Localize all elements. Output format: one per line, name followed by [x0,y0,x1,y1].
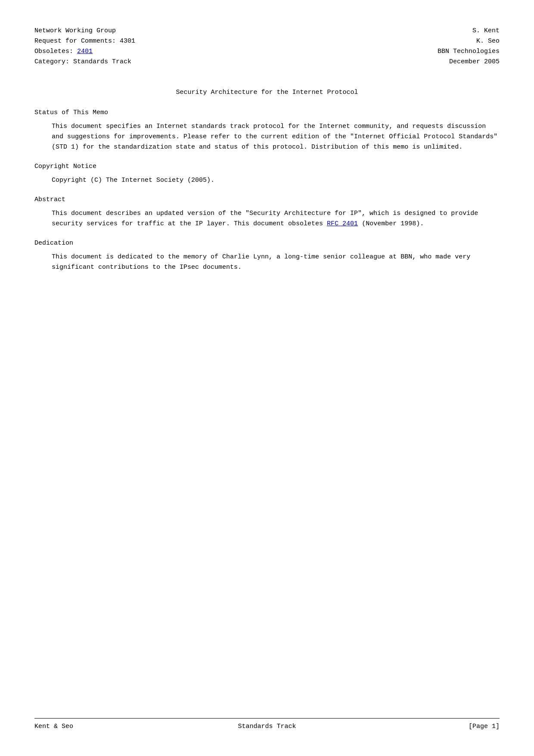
dedication-body: This document is dedicated to the memory… [34,252,500,273]
dedication-section: Dedication This document is dedicated to… [34,240,500,273]
network-working-group: Network Working Group [34,26,135,36]
dedication-heading: Dedication [34,240,500,247]
document-title: Security Architecture for the Internet P… [34,89,500,96]
rfc-page: Network Working Group Request for Commen… [0,0,534,756]
page-header: Network Working Group Request for Commen… [34,26,500,67]
request-for-comments: Request for Comments: 4301 [34,36,135,47]
author-kent: S. Kent [438,26,500,36]
organization: BBN Technologies [438,47,500,57]
footer-category: Standards Track [189,723,345,730]
abstract-section: Abstract This document describes an upda… [34,196,500,229]
status-body: This document specifies an Internet stan… [34,121,500,152]
copyright-heading: Copyright Notice [34,163,500,170]
page-footer: Kent & Seo Standards Track [Page 1] [34,718,500,730]
header-right: S. Kent K. Seo BBN Technologies December… [438,26,500,67]
obsoletes-label: Obsoletes: [34,48,77,55]
abstract-text-after: (November 1998). [358,220,424,227]
footer-authors: Kent & Seo [34,723,189,730]
abstract-body: This document describes an updated versi… [34,208,500,229]
obsoletes-line: Obsoletes: 2401 [34,47,135,57]
abstract-heading: Abstract [34,196,500,203]
status-heading: Status of This Memo [34,109,500,116]
date: December 2005 [438,57,500,67]
rfc2401-link[interactable]: RFC 2401 [327,220,358,227]
status-section: Status of This Memo This document specif… [34,109,500,152]
author-seo: K. Seo [438,36,500,47]
copyright-section: Copyright Notice Copyright (C) The Inter… [34,163,500,186]
category-line: Category: Standards Track [34,57,135,67]
copyright-body: Copyright (C) The Internet Society (2005… [34,175,500,186]
footer-page: [Page 1] [345,723,500,730]
obsoletes-link[interactable]: 2401 [77,48,93,55]
header-left: Network Working Group Request for Commen… [34,26,135,67]
